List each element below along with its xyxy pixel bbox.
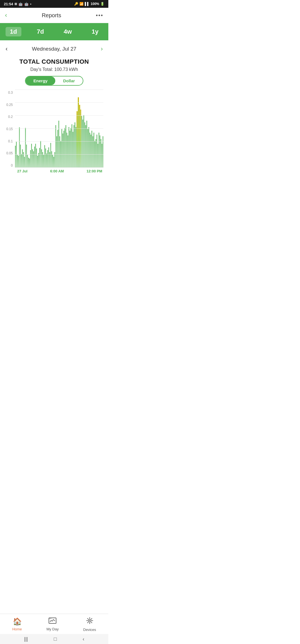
x-label-1: 6:00 AM — [50, 169, 64, 173]
y-label-5: 0.05 — [6, 151, 13, 155]
tab-4w[interactable]: 4w — [59, 27, 76, 36]
tab-1d[interactable]: 1d — [6, 27, 22, 36]
date-navigation: ‹ Wednesday, Jul 27 › — [0, 40, 108, 55]
prev-date-button[interactable]: ‹ — [6, 45, 8, 53]
dot-icon: ● — [30, 3, 31, 5]
y-label-3: 0.15 — [6, 127, 13, 131]
battery-display: 100% — [91, 2, 99, 6]
dollar-toggle-button[interactable]: Dollar — [55, 76, 83, 85]
next-date-button[interactable]: › — [101, 45, 103, 53]
status-left: 21:54 ⊞ 🤖 🤖 ● — [4, 2, 31, 6]
y-label-1: 0.25 — [6, 103, 13, 107]
y-label-0: 0.3 — [8, 91, 13, 95]
x-axis: 27 Jul 6:00 AM 12:00 PM — [5, 167, 103, 173]
current-date-label: Wednesday, Jul 27 — [32, 46, 76, 52]
y-label-2: 0.2 — [8, 115, 13, 119]
key-icon: 🔑 — [74, 2, 78, 6]
page-title: Reports — [42, 12, 61, 19]
y-label-4: 0.1 — [8, 139, 13, 143]
period-tabs-bar: 1d 7d 4w 1y — [0, 23, 108, 40]
status-right: 🔑 📶 ▌▌ 100% 🔋 — [74, 2, 104, 6]
y-axis: 0.3 0.25 0.2 0.15 0.1 0.05 0 — [5, 90, 15, 167]
status-bar: 21:54 ⊞ 🤖 🤖 ● 🔑 📶 ▌▌ 100% 🔋 — [0, 0, 108, 8]
chart-title: TOTAL CONSUMPTION — [5, 58, 103, 65]
tab-7d[interactable]: 7d — [32, 27, 48, 36]
app-header: ‹ Reports ••• — [0, 8, 108, 23]
chart-section: TOTAL CONSUMPTION Day's Total: 100.73 kW… — [0, 55, 108, 173]
bar-chart-area — [15, 90, 103, 167]
signal-icon: ▌▌ — [85, 2, 89, 6]
android-icon1: 🤖 — [18, 2, 23, 6]
more-menu-button[interactable]: ••• — [96, 12, 103, 19]
unit-toggle-row: Energy Dollar — [5, 76, 103, 86]
x-label-0: 27 Jul — [17, 169, 28, 173]
time-display: 21:54 — [4, 2, 13, 6]
y-label-6: 0 — [11, 164, 13, 167]
chart-subtitle: Day's Total: 100.73 kWh — [5, 67, 103, 72]
chart-wrapper: 0.3 0.25 0.2 0.15 0.1 0.05 0 — [5, 90, 103, 167]
android-icon2: 🤖 — [24, 2, 29, 6]
back-button[interactable]: ‹ — [5, 12, 7, 19]
wifi-icon: 📶 — [79, 2, 84, 6]
chart-grid — [15, 90, 103, 167]
screenshot-icon: ⊞ — [14, 2, 17, 6]
tab-1y[interactable]: 1y — [87, 27, 103, 36]
battery-icon: 🔋 — [100, 2, 104, 6]
energy-toggle-button[interactable]: Energy — [26, 76, 55, 85]
unit-toggle: Energy Dollar — [25, 76, 83, 86]
x-label-2: 12:00 PM — [87, 169, 102, 173]
